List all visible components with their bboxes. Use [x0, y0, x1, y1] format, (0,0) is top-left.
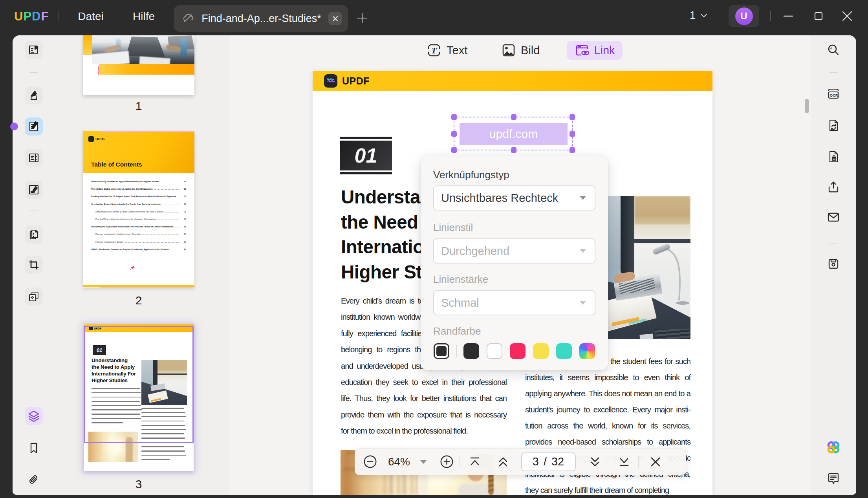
toc-entry: Understanding the Need to Apply Internat…	[91, 180, 186, 188]
link-tool-icon	[574, 42, 590, 58]
last-page-button[interactable]	[610, 455, 638, 469]
border-color-swatch-selected[interactable]	[434, 343, 449, 359]
first-page-button[interactable]	[460, 455, 489, 469]
organize-pages-button[interactable]	[25, 149, 43, 167]
convert-button[interactable]	[827, 119, 840, 132]
resize-handle-n[interactable]	[511, 114, 516, 120]
resize-handle-nw[interactable]	[451, 114, 457, 120]
attachment-button[interactable]	[27, 473, 40, 487]
page-thumbnail-2[interactable]: UPDF Table of Contents Understanding the…	[83, 131, 194, 287]
next-page-button[interactable]	[580, 455, 610, 469]
document-scrollbar[interactable]	[805, 99, 809, 113]
share-icon	[827, 180, 840, 194]
crop-button[interactable]	[25, 256, 43, 274]
ocr-button[interactable]: OCR	[827, 87, 840, 101]
resize-handle-e[interactable]	[570, 131, 575, 137]
zoom-out-button[interactable]	[355, 454, 385, 469]
previous-page-button[interactable]	[489, 455, 517, 469]
text-tool-icon: T	[426, 42, 442, 58]
comment-tool-button[interactable]	[25, 86, 43, 104]
toc-entry: Famous Institutions in Europe26	[91, 241, 186, 248]
ocr-icon: OCR	[826, 87, 841, 101]
share-button[interactable]	[827, 180, 840, 194]
mail-button[interactable]	[827, 211, 840, 224]
app-content: 1 UPDF Table of Contents Understanding t…	[13, 35, 856, 495]
new-tab-button[interactable]	[355, 11, 369, 25]
border-color-swatch[interactable]	[533, 343, 549, 359]
image-tool-button[interactable]: Bild	[501, 41, 540, 60]
resize-handle-sw[interactable]	[451, 147, 457, 153]
reader-icon	[27, 44, 40, 56]
zoom-dropdown-button[interactable]	[413, 460, 434, 464]
resize-handle-s[interactable]	[511, 147, 516, 153]
thumb2-label: 2	[83, 294, 194, 307]
edit-pdf-button[interactable]	[25, 117, 43, 135]
link-annotation-selection[interactable]: updf.com	[454, 117, 573, 150]
highlighter-icon	[27, 89, 40, 102]
search-button[interactable]	[827, 43, 840, 57]
link-tool-button[interactable]: Link	[567, 41, 623, 60]
line-style-select[interactable]: Durchgehend	[433, 238, 595, 264]
border-color-label: Randfarbe	[433, 325, 481, 337]
updf-ai-button[interactable]	[827, 441, 840, 454]
page-thumbnail-3[interactable]: UPDF 01 Understanding the Need to Apply …	[84, 324, 194, 471]
account-button[interactable]: U	[729, 5, 759, 27]
page-tools-button[interactable]	[25, 225, 43, 244]
border-color-swatch[interactable]	[556, 343, 572, 359]
border-color-swatch[interactable]	[510, 343, 526, 359]
thumb1-accent	[83, 35, 93, 55]
border-color-swatch[interactable]	[579, 343, 595, 359]
thumbnail-text-bar	[141, 455, 186, 456]
text-tool-button[interactable]: T Text	[426, 41, 467, 60]
comment-icon	[827, 472, 840, 486]
link-annotation[interactable]: updf.com	[460, 123, 568, 145]
toc-entry: Reviewing the Application Period and Off…	[91, 225, 186, 233]
resize-handle-w[interactable]	[451, 131, 457, 137]
caret-down-icon	[580, 301, 586, 305]
save-button[interactable]	[827, 257, 840, 271]
toc-entry: Scholarship Rules for the 10 Best Global…	[91, 211, 186, 218]
tab-close-button[interactable]	[328, 12, 342, 25]
window-minimize-button[interactable]	[782, 10, 794, 22]
bookmark-button[interactable]	[27, 441, 40, 455]
text-line: institutes, it seems impossible to even …	[525, 370, 690, 386]
tab-count-dropdown[interactable]: 1	[690, 9, 707, 22]
zoom-in-button[interactable]	[434, 454, 460, 469]
page-navigation-toolbar: 64% 3/32	[355, 448, 686, 475]
divider	[29, 211, 38, 211]
thumb3-viewport-indicator[interactable]	[84, 326, 194, 443]
pdf-page-header-band	[313, 71, 712, 91]
text-line: student's journey to excellence. Every m…	[525, 402, 690, 418]
line-width-select[interactable]: Schmal	[433, 290, 595, 315]
menu-datei[interactable]: Datei	[69, 10, 112, 23]
zoom-level: 64%	[385, 456, 413, 468]
page-thumbnail-1[interactable]	[83, 35, 194, 95]
text-line: provide them with the exposure that is n…	[341, 407, 507, 423]
reader-mode-button[interactable]	[25, 41, 43, 59]
thumb2-toc-title: Table of Contents	[91, 161, 142, 168]
link-type-select[interactable]: Unsichtbares Rechteck	[433, 185, 595, 211]
window-close-button[interactable]	[841, 10, 853, 22]
tab-count: 1	[690, 9, 696, 22]
fill-sign-button[interactable]	[25, 181, 43, 199]
resize-handle-se[interactable]	[570, 147, 575, 153]
border-color-swatches	[434, 343, 599, 359]
toolbar-close-button[interactable]	[639, 456, 672, 468]
comment-panel-button[interactable]	[827, 472, 840, 485]
border-color-swatch[interactable]	[487, 343, 502, 359]
divider	[59, 11, 59, 21]
resize-handle-ne[interactable]	[570, 114, 575, 120]
crop-icon	[27, 258, 40, 271]
thumbnail-text-bar	[141, 450, 185, 452]
divider	[770, 11, 771, 21]
attachment-icon	[27, 474, 40, 486]
border-color-swatch[interactable]	[463, 343, 479, 359]
layers-panel-button[interactable]	[25, 407, 43, 425]
toc-entry: Practical Tips to Help You in Applying f…	[91, 218, 186, 225]
watermark-button[interactable]	[25, 287, 43, 306]
protect-button[interactable]	[827, 150, 840, 163]
menu-hilfe[interactable]: Hilfe	[122, 10, 165, 23]
document-tab[interactable]: Find-and-Ap...er-Studies*	[174, 5, 348, 32]
page-number-input[interactable]: 3/32	[521, 452, 576, 471]
window-maximize-button[interactable]	[813, 10, 824, 22]
